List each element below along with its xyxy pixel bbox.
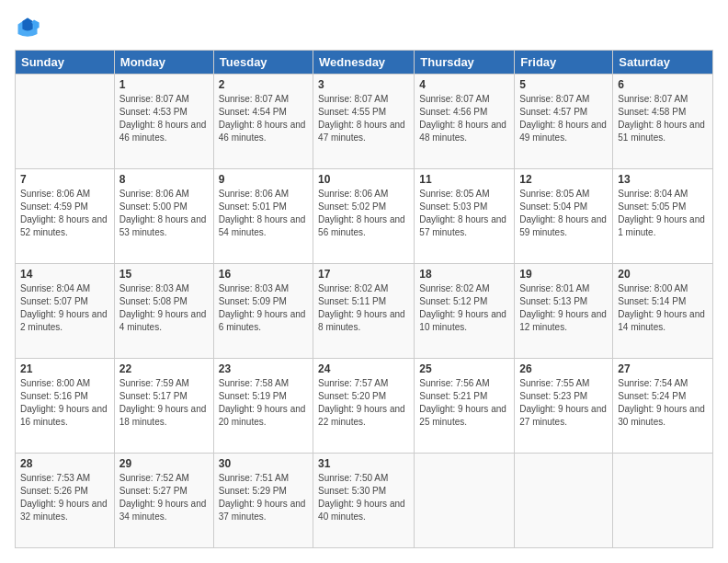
- day-info: Sunrise: 7:55 AM Sunset: 5:23 PM Dayligh…: [519, 377, 608, 429]
- day-info: Sunrise: 8:03 AM Sunset: 5:08 PM Dayligh…: [119, 282, 209, 334]
- day-number: 26: [519, 362, 608, 375]
- day-info: Sunrise: 7:54 AM Sunset: 5:24 PM Dayligh…: [618, 377, 708, 429]
- week-row-4: 21Sunrise: 8:00 AM Sunset: 5:16 PM Dayli…: [16, 359, 713, 454]
- weekday-header-wednesday: Wednesday: [313, 51, 415, 75]
- day-cell: 22Sunrise: 7:59 AM Sunset: 5:17 PM Dayli…: [114, 359, 213, 454]
- day-info: Sunrise: 8:02 AM Sunset: 5:11 PM Dayligh…: [318, 282, 409, 334]
- day-number: 13: [618, 173, 708, 186]
- day-cell: 31Sunrise: 7:50 AM Sunset: 5:30 PM Dayli…: [313, 454, 415, 548]
- day-info: Sunrise: 8:00 AM Sunset: 5:14 PM Dayligh…: [618, 282, 708, 334]
- day-info: Sunrise: 7:51 AM Sunset: 5:29 PM Dayligh…: [219, 472, 308, 523]
- day-number: 16: [219, 268, 308, 281]
- day-cell: 18Sunrise: 8:02 AM Sunset: 5:12 PM Dayli…: [415, 264, 515, 359]
- day-info: Sunrise: 8:02 AM Sunset: 5:12 PM Dayligh…: [419, 282, 509, 334]
- weekday-header-row: SundayMondayTuesdayWednesdayThursdayFrid…: [16, 51, 713, 75]
- day-info: Sunrise: 7:52 AM Sunset: 5:27 PM Dayligh…: [119, 472, 209, 523]
- day-cell: 1Sunrise: 8:07 AM Sunset: 4:53 PM Daylig…: [114, 75, 213, 169]
- day-cell: 3Sunrise: 8:07 AM Sunset: 4:55 PM Daylig…: [313, 75, 415, 169]
- day-info: Sunrise: 8:03 AM Sunset: 5:09 PM Dayligh…: [219, 282, 308, 334]
- day-cell: 5Sunrise: 8:07 AM Sunset: 4:57 PM Daylig…: [515, 75, 613, 169]
- day-info: Sunrise: 8:01 AM Sunset: 5:13 PM Dayligh…: [519, 282, 608, 334]
- day-number: 2: [219, 78, 308, 91]
- weekday-header-monday: Monday: [114, 51, 213, 75]
- day-cell: 11Sunrise: 8:05 AM Sunset: 5:03 PM Dayli…: [415, 169, 515, 264]
- day-info: Sunrise: 7:53 AM Sunset: 5:26 PM Dayligh…: [20, 472, 109, 523]
- weekday-header-thursday: Thursday: [415, 51, 515, 75]
- day-cell: 28Sunrise: 7:53 AM Sunset: 5:26 PM Dayli…: [16, 454, 115, 548]
- day-cell: 16Sunrise: 8:03 AM Sunset: 5:09 PM Dayli…: [213, 264, 313, 359]
- logo-icon: [15, 15, 40, 40]
- day-cell: 12Sunrise: 8:05 AM Sunset: 5:04 PM Dayli…: [515, 169, 613, 264]
- day-cell: 19Sunrise: 8:01 AM Sunset: 5:13 PM Dayli…: [515, 264, 613, 359]
- day-info: Sunrise: 8:07 AM Sunset: 4:58 PM Dayligh…: [618, 93, 708, 144]
- day-info: Sunrise: 8:07 AM Sunset: 4:56 PM Dayligh…: [419, 93, 509, 144]
- day-cell: 20Sunrise: 8:00 AM Sunset: 5:14 PM Dayli…: [613, 264, 713, 359]
- day-info: Sunrise: 8:07 AM Sunset: 4:53 PM Dayligh…: [119, 93, 209, 144]
- day-number: 9: [219, 173, 308, 186]
- day-info: Sunrise: 8:05 AM Sunset: 5:03 PM Dayligh…: [419, 188, 509, 239]
- weekday-header-sunday: Sunday: [16, 51, 115, 75]
- day-number: 3: [318, 78, 409, 91]
- day-cell: 15Sunrise: 8:03 AM Sunset: 5:08 PM Dayli…: [114, 264, 213, 359]
- day-cell: 4Sunrise: 8:07 AM Sunset: 4:56 PM Daylig…: [415, 75, 515, 169]
- day-cell: 7Sunrise: 8:06 AM Sunset: 4:59 PM Daylig…: [16, 169, 115, 264]
- day-number: 7: [20, 173, 109, 186]
- day-cell: 9Sunrise: 8:06 AM Sunset: 5:01 PM Daylig…: [213, 169, 313, 264]
- day-number: 22: [119, 362, 209, 375]
- calendar-table: SundayMondayTuesdayWednesdayThursdayFrid…: [15, 50, 713, 548]
- weekday-header-tuesday: Tuesday: [213, 51, 313, 75]
- day-cell: 23Sunrise: 7:58 AM Sunset: 5:19 PM Dayli…: [213, 359, 313, 454]
- day-cell: [415, 454, 515, 548]
- day-cell: [613, 454, 713, 548]
- day-number: 4: [419, 78, 509, 91]
- weekday-header-friday: Friday: [515, 51, 613, 75]
- day-cell: [16, 75, 115, 169]
- day-number: 20: [618, 268, 708, 281]
- day-cell: [515, 454, 613, 548]
- day-cell: 8Sunrise: 8:06 AM Sunset: 5:00 PM Daylig…: [114, 169, 213, 264]
- week-row-3: 14Sunrise: 8:04 AM Sunset: 5:07 PM Dayli…: [16, 264, 713, 359]
- day-cell: 21Sunrise: 8:00 AM Sunset: 5:16 PM Dayli…: [16, 359, 115, 454]
- weekday-header-saturday: Saturday: [613, 51, 713, 75]
- day-info: Sunrise: 8:06 AM Sunset: 5:01 PM Dayligh…: [219, 188, 308, 239]
- day-number: 11: [419, 173, 509, 186]
- day-info: Sunrise: 8:06 AM Sunset: 5:02 PM Dayligh…: [318, 188, 409, 239]
- day-info: Sunrise: 8:00 AM Sunset: 5:16 PM Dayligh…: [20, 377, 109, 429]
- day-info: Sunrise: 7:57 AM Sunset: 5:20 PM Dayligh…: [318, 377, 409, 429]
- day-info: Sunrise: 8:07 AM Sunset: 4:57 PM Dayligh…: [519, 93, 608, 144]
- header: [15, 15, 713, 40]
- week-row-1: 1Sunrise: 8:07 AM Sunset: 4:53 PM Daylig…: [16, 75, 713, 169]
- day-cell: 6Sunrise: 8:07 AM Sunset: 4:58 PM Daylig…: [613, 75, 713, 169]
- day-number: 25: [419, 362, 509, 375]
- day-info: Sunrise: 7:59 AM Sunset: 5:17 PM Dayligh…: [119, 377, 209, 429]
- day-cell: 14Sunrise: 8:04 AM Sunset: 5:07 PM Dayli…: [16, 264, 115, 359]
- day-number: 30: [219, 457, 308, 470]
- day-cell: 24Sunrise: 7:57 AM Sunset: 5:20 PM Dayli…: [313, 359, 415, 454]
- week-row-5: 28Sunrise: 7:53 AM Sunset: 5:26 PM Dayli…: [16, 454, 713, 548]
- day-number: 1: [119, 78, 209, 91]
- day-cell: 27Sunrise: 7:54 AM Sunset: 5:24 PM Dayli…: [613, 359, 713, 454]
- day-info: Sunrise: 8:04 AM Sunset: 5:05 PM Dayligh…: [618, 188, 708, 239]
- calendar-page: SundayMondayTuesdayWednesdayThursdayFrid…: [0, 0, 728, 563]
- day-info: Sunrise: 8:06 AM Sunset: 5:00 PM Dayligh…: [119, 188, 209, 239]
- week-row-2: 7Sunrise: 8:06 AM Sunset: 4:59 PM Daylig…: [16, 169, 713, 264]
- logo: [15, 15, 44, 40]
- day-cell: 25Sunrise: 7:56 AM Sunset: 5:21 PM Dayli…: [415, 359, 515, 454]
- day-number: 28: [20, 457, 109, 470]
- day-number: 5: [519, 78, 608, 91]
- day-info: Sunrise: 8:07 AM Sunset: 4:55 PM Dayligh…: [318, 93, 409, 144]
- day-cell: 2Sunrise: 8:07 AM Sunset: 4:54 PM Daylig…: [213, 75, 313, 169]
- day-info: Sunrise: 8:04 AM Sunset: 5:07 PM Dayligh…: [20, 282, 109, 334]
- day-info: Sunrise: 7:50 AM Sunset: 5:30 PM Dayligh…: [318, 472, 409, 523]
- day-number: 29: [119, 457, 209, 470]
- day-cell: 13Sunrise: 8:04 AM Sunset: 5:05 PM Dayli…: [613, 169, 713, 264]
- day-number: 18: [419, 268, 509, 281]
- day-number: 24: [318, 362, 409, 375]
- day-number: 8: [119, 173, 209, 186]
- day-info: Sunrise: 7:58 AM Sunset: 5:19 PM Dayligh…: [219, 377, 308, 429]
- day-number: 27: [618, 362, 708, 375]
- day-info: Sunrise: 8:07 AM Sunset: 4:54 PM Dayligh…: [219, 93, 308, 144]
- day-cell: 30Sunrise: 7:51 AM Sunset: 5:29 PM Dayli…: [213, 454, 313, 548]
- day-info: Sunrise: 8:05 AM Sunset: 5:04 PM Dayligh…: [519, 188, 608, 239]
- day-number: 12: [519, 173, 608, 186]
